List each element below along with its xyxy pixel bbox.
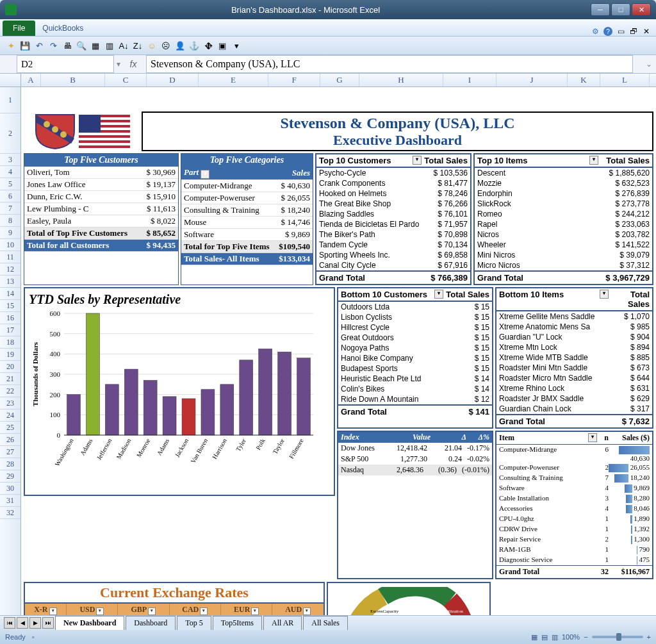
select-all-corner[interactable] xyxy=(0,74,21,87)
row-header[interactable]: 29 xyxy=(0,470,20,483)
help-icon[interactable]: ? xyxy=(603,27,612,36)
close-workbook-icon[interactable]: ✕ xyxy=(642,27,651,36)
row-header[interactable]: 28 xyxy=(0,458,20,470)
row-header[interactable]: 27 xyxy=(0,446,20,458)
user-icon[interactable]: 👤 xyxy=(174,40,186,51)
face-happy-icon[interactable]: ☺ xyxy=(146,40,158,51)
sheet-tab[interactable]: All Sales xyxy=(303,616,348,630)
close-button[interactable]: ✕ xyxy=(632,3,651,16)
tab-nav-first[interactable]: ⏮ xyxy=(4,617,15,629)
row-header[interactable]: 13 xyxy=(0,276,20,288)
minimize-button[interactable]: ─ xyxy=(591,3,610,16)
face-sad-icon[interactable]: ☹ xyxy=(160,40,172,51)
row-header[interactable]: 25 xyxy=(0,422,20,434)
column-header[interactable]: I xyxy=(443,74,496,87)
column-header[interactable]: H xyxy=(359,74,443,87)
options-icon[interactable]: ⚙ xyxy=(591,27,600,36)
ribbon-tab-quickbooks[interactable]: QuickBooks xyxy=(35,21,92,36)
sheet-tab[interactable]: Top5Items xyxy=(213,616,262,630)
new-icon[interactable]: ✦ xyxy=(5,40,17,51)
row-header[interactable]: 19 xyxy=(0,349,20,361)
zoom-in-icon[interactable]: + xyxy=(647,633,651,641)
zoom-out-icon[interactable]: − xyxy=(584,633,587,641)
formula-expand-icon[interactable]: ⌄ xyxy=(646,60,652,69)
row-header[interactable]: 18 xyxy=(0,336,20,349)
tab-nav-last[interactable]: ⏭ xyxy=(42,617,54,629)
row-header[interactable]: 10 xyxy=(0,239,20,251)
view-layout-icon[interactable]: ▤ xyxy=(541,633,548,641)
row-header[interactable]: 16 xyxy=(0,312,20,324)
formula-input[interactable] xyxy=(146,55,633,73)
xr-header[interactable]: GBP▾ xyxy=(118,603,169,615)
sheet-tab[interactable]: New Dashboard xyxy=(55,616,124,630)
row-header[interactable]: 12 xyxy=(0,263,20,276)
row-header[interactable]: 20 xyxy=(0,361,20,373)
redo-icon[interactable]: ↷ xyxy=(47,40,59,51)
macro-recorder-icon[interactable]: ▫ xyxy=(32,633,35,641)
column-header[interactable]: D xyxy=(147,74,199,87)
row-header[interactable]: 31 xyxy=(0,495,20,507)
column-header[interactable]: G xyxy=(320,74,359,87)
column-header[interactable]: A xyxy=(21,74,41,87)
tool1-icon[interactable]: ▦ xyxy=(90,40,101,51)
column-header[interactable]: J xyxy=(496,74,568,87)
row-header[interactable]: 5 xyxy=(0,178,20,190)
preview-icon[interactable]: 🔍 xyxy=(76,40,87,51)
row-header[interactable]: 21 xyxy=(0,373,20,385)
column-header[interactable]: F xyxy=(268,74,320,87)
row-header[interactable]: 9 xyxy=(0,227,20,239)
filter-icon[interactable]: ▾ xyxy=(434,290,443,299)
filter-icon[interactable]: ▾ xyxy=(600,290,609,299)
restore-window-icon[interactable]: 🗗 xyxy=(629,27,638,36)
sort-asc-icon[interactable]: A↓ xyxy=(118,40,129,51)
sheet-tab[interactable]: All AR xyxy=(263,616,302,630)
row-header[interactable]: 32 xyxy=(0,507,20,519)
row-header[interactable]: 6 xyxy=(0,190,20,202)
row-header[interactable]: 7 xyxy=(0,202,20,215)
row-header[interactable]: 26 xyxy=(0,434,20,446)
xr-header[interactable]: CAD▾ xyxy=(169,603,220,615)
worksheet-grid[interactable]: Stevenson & Company (USA), LLC Executive… xyxy=(21,87,656,615)
file-tab[interactable]: File xyxy=(3,21,35,36)
zoom-slider[interactable] xyxy=(592,636,643,638)
column-header[interactable]: C xyxy=(105,74,147,87)
row-header[interactable]: 11 xyxy=(0,251,20,263)
xr-header[interactable]: AUD▾ xyxy=(272,603,324,615)
row-header[interactable]: 15 xyxy=(0,300,20,312)
fx-label[interactable]: fx xyxy=(120,59,146,69)
chart-icon[interactable]: ⛖ xyxy=(202,40,214,51)
qat-dropdown-icon[interactable]: ▾ xyxy=(231,40,242,51)
row-header[interactable]: 30 xyxy=(0,483,20,495)
column-header[interactable]: K xyxy=(568,74,600,87)
row-header[interactable]: 3 xyxy=(0,154,20,166)
maximize-button[interactable]: □ xyxy=(611,3,630,16)
filter-icon[interactable]: ▾ xyxy=(588,433,597,442)
print-icon[interactable]: 🖶 xyxy=(62,40,73,51)
filter-icon[interactable]: ▾ xyxy=(589,156,598,165)
name-box[interactable] xyxy=(17,55,114,73)
save-icon[interactable]: 💾 xyxy=(19,40,31,51)
column-header[interactable]: E xyxy=(199,74,268,87)
row-header[interactable]: 23 xyxy=(0,397,20,409)
zoom-level[interactable]: 100% xyxy=(562,633,580,641)
tab-nav-next[interactable]: ▶ xyxy=(29,617,41,629)
xr-header[interactable]: X-R▾ xyxy=(24,603,66,615)
filter-icon[interactable]: ▾ xyxy=(201,170,209,179)
row-header[interactable]: 17 xyxy=(0,324,20,336)
filter-icon[interactable]: ▾ xyxy=(413,156,422,165)
row-header[interactable]: 22 xyxy=(0,385,20,397)
undo-icon[interactable]: ↶ xyxy=(33,40,45,51)
tab-nav-prev[interactable]: ◀ xyxy=(17,617,28,629)
xr-header[interactable]: USD▾ xyxy=(66,603,117,615)
row-header[interactable]: 14 xyxy=(0,288,20,300)
sheet-tab[interactable]: Top 5 xyxy=(177,616,211,630)
row-header[interactable]: 2 xyxy=(0,113,20,154)
row-header[interactable]: 4 xyxy=(0,166,20,178)
sort-desc-icon[interactable]: Z↓ xyxy=(132,40,144,51)
xr-header[interactable]: EUR▾ xyxy=(220,603,272,615)
column-header[interactable]: B xyxy=(41,74,105,87)
tool2-icon[interactable]: ▥ xyxy=(104,40,115,51)
group-icon[interactable]: ▣ xyxy=(217,40,228,51)
row-header[interactable]: 24 xyxy=(0,409,20,422)
column-header[interactable]: L xyxy=(600,74,650,87)
